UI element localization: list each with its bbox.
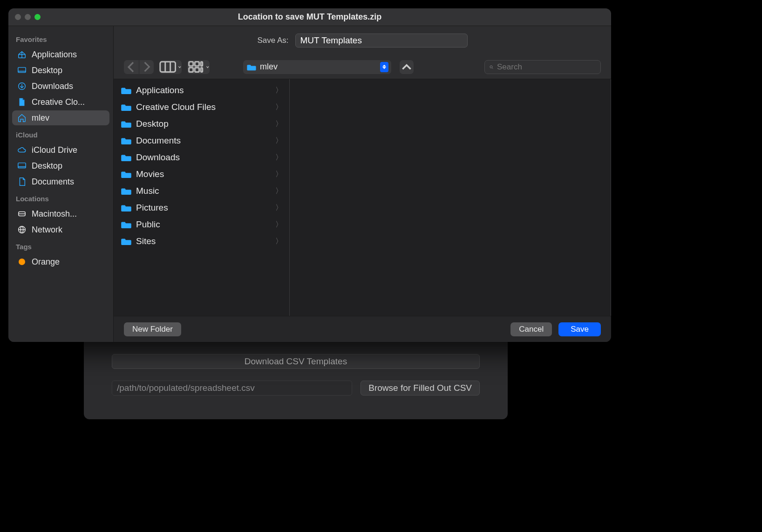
chevron-right-icon: 〉	[275, 186, 283, 196]
cancel-button[interactable]: Cancel	[510, 322, 552, 336]
sidebar-item-label: Documents	[32, 177, 74, 187]
folder-icon	[121, 103, 131, 111]
csv-path-input[interactable]: /path/to/populated/spreadsheet.csv	[112, 381, 352, 396]
sidebar-item-label: mlev	[32, 113, 49, 123]
folder-name: Public	[136, 219, 271, 230]
folder-row[interactable]: Sites〉	[114, 233, 289, 250]
chevron-right-icon	[139, 60, 154, 74]
chevron-left-icon	[124, 60, 139, 74]
desktop-icon	[17, 161, 27, 171]
folder-row[interactable]: Music〉	[114, 183, 289, 199]
desktop-icon	[17, 65, 27, 75]
svg-rect-19	[189, 68, 193, 72]
apps-icon	[17, 49, 27, 60]
grid-icon	[187, 60, 204, 74]
toolbar: mlev	[114, 55, 611, 79]
titlebar: Location to save MUT Templates.zip	[8, 8, 611, 26]
download-csv-templates-button[interactable]: Download CSV Templates	[112, 354, 480, 369]
sidebar-item-applications[interactable]: Applications	[12, 47, 109, 62]
sidebar-item-desktop[interactable]: Desktop	[12, 63, 109, 78]
view-mode-segment	[159, 60, 182, 74]
main-area: Save As:	[114, 26, 611, 342]
home-icon	[17, 113, 27, 123]
sidebar-item-label: Desktop	[32, 161, 62, 171]
new-folder-button[interactable]: New Folder	[124, 322, 181, 336]
sidebar-item-desktop[interactable]: Desktop	[12, 158, 109, 173]
back-button[interactable]	[124, 60, 139, 74]
svg-rect-2	[18, 68, 26, 73]
svg-rect-18	[201, 62, 203, 66]
sidebar-item-label: iCloud Drive	[32, 145, 77, 155]
collapse-dialog-button[interactable]	[400, 60, 414, 74]
folder-row[interactable]: Documents〉	[114, 132, 289, 149]
sidebar-item-macintosh-[interactable]: Macintosh...	[12, 206, 109, 221]
save-dialog: Location to save MUT Templates.zip Favor…	[8, 8, 611, 342]
folder-row[interactable]: Movies〉	[114, 166, 289, 183]
doc-icon	[17, 177, 27, 187]
folder-icon	[121, 136, 131, 145]
save-as-row: Save As:	[114, 26, 611, 55]
sidebar-item-creative-clo-[interactable]: Creative Clo...	[12, 95, 109, 109]
chevron-right-icon: 〉	[275, 170, 283, 179]
folder-name: Sites	[136, 236, 271, 246]
folder-name: Desktop	[136, 119, 271, 129]
search-input[interactable]	[497, 62, 596, 72]
folder-row[interactable]: Creative Cloud Files〉	[114, 99, 289, 116]
sidebar-item-label: Network	[32, 225, 62, 235]
sidebar-item-network[interactable]: Network	[12, 222, 109, 237]
chevron-right-icon: 〉	[275, 136, 283, 146]
browse-csv-button[interactable]: Browse for Filled Out CSV	[361, 381, 480, 396]
dialog-footer: New Folder Cancel Save	[114, 316, 611, 342]
svg-rect-17	[195, 62, 199, 66]
chevron-down-icon	[206, 65, 210, 69]
folder-row[interactable]: Public〉	[114, 216, 289, 233]
svg-rect-16	[189, 62, 193, 66]
folder-row[interactable]: Applications〉	[114, 82, 289, 99]
folder-row[interactable]: Desktop〉	[114, 116, 289, 132]
folder-row[interactable]: Pictures〉	[114, 199, 289, 216]
chevron-up-icon	[400, 60, 414, 74]
cloud-icon	[17, 145, 27, 155]
folder-icon	[121, 204, 131, 212]
sidebar-item-documents[interactable]: Documents	[12, 174, 109, 189]
folder-icon	[121, 187, 131, 195]
sidebar-item-downloads[interactable]: Downloads	[12, 79, 109, 94]
sidebar-item-label: Orange	[32, 257, 60, 267]
view-columns-button[interactable]	[159, 60, 182, 74]
location-label: mlev	[260, 62, 380, 72]
sidebar-section-label: Locations	[12, 190, 109, 205]
folder-name: Pictures	[136, 203, 271, 213]
group-by-button[interactable]	[187, 60, 210, 74]
column-browser: Applications〉Creative Cloud Files〉Deskto…	[114, 79, 611, 316]
folder-name: Music	[136, 186, 271, 196]
save-as-label: Save As:	[257, 36, 288, 45]
folder-name: Creative Cloud Files	[136, 102, 271, 112]
location-popup[interactable]: mlev	[243, 60, 391, 74]
svg-rect-20	[195, 68, 199, 72]
disk-icon	[17, 209, 27, 219]
sidebar-item-label: Downloads	[32, 82, 73, 91]
chevron-right-icon: 〉	[275, 119, 283, 129]
svg-rect-13	[160, 62, 176, 72]
nav-back-forward	[124, 60, 154, 74]
folder-icon	[121, 237, 131, 246]
chevron-right-icon: 〉	[275, 102, 283, 112]
forward-button[interactable]	[139, 60, 154, 74]
file-icon	[17, 97, 27, 107]
save-as-input[interactable]	[295, 34, 468, 48]
chevron-down-icon	[178, 65, 182, 69]
svg-rect-6	[18, 163, 26, 168]
folder-column-2[interactable]	[290, 79, 611, 316]
search-field[interactable]	[484, 60, 601, 74]
folder-row[interactable]: Downloads〉	[114, 149, 289, 166]
sidebar-item-mlev[interactable]: mlev	[12, 110, 109, 125]
sidebar-item-label: Desktop	[32, 66, 62, 75]
folder-name: Documents	[136, 136, 271, 146]
folder-column-1[interactable]: Applications〉Creative Cloud Files〉Deskto…	[114, 79, 290, 316]
save-button[interactable]: Save	[558, 322, 601, 336]
tag-orange-icon	[17, 257, 27, 267]
sidebar-item-icloud-drive[interactable]: iCloud Drive	[12, 143, 109, 157]
sidebar-section-label: iCloud	[12, 126, 109, 142]
sidebar-item-orange[interactable]: Orange	[12, 254, 109, 269]
sidebar-section-label: Tags	[12, 238, 109, 253]
